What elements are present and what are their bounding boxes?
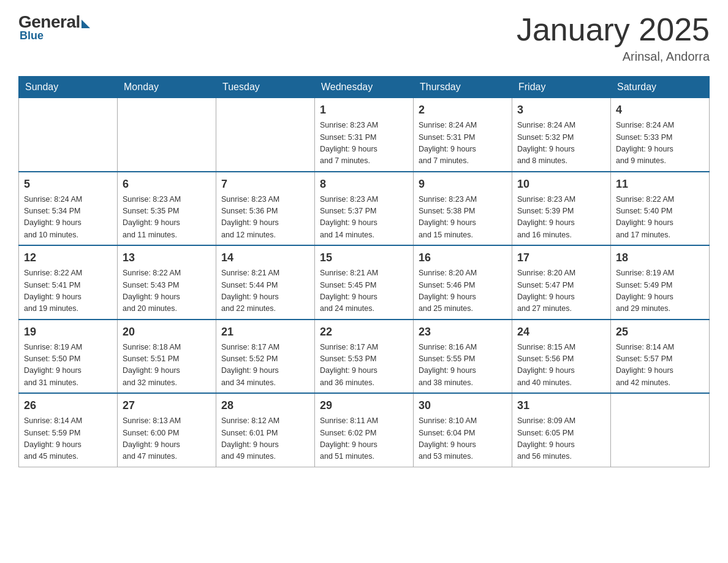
calendar-cell	[216, 98, 315, 172]
location-text: Arinsal, Andorra	[517, 50, 710, 64]
calendar-cell: 4Sunrise: 8:24 AM Sunset: 5:33 PM Daylig…	[611, 98, 710, 172]
day-number: 31	[517, 397, 605, 414]
day-info: Sunrise: 8:24 AM Sunset: 5:33 PM Dayligh…	[616, 120, 704, 167]
calendar-cell: 27Sunrise: 8:13 AM Sunset: 6:00 PM Dayli…	[118, 393, 216, 467]
page-header: General Blue January 2025 Arinsal, Andor…	[18, 12, 710, 64]
weekday-header-saturday: Saturday	[611, 77, 710, 98]
day-number: 10	[517, 176, 605, 193]
calendar-week-row: 19Sunrise: 8:19 AM Sunset: 5:50 PM Dayli…	[19, 320, 710, 394]
day-info: Sunrise: 8:14 AM Sunset: 5:57 PM Dayligh…	[616, 342, 704, 389]
day-number: 1	[320, 102, 408, 118]
logo: General Blue	[18, 12, 90, 42]
weekday-header-friday: Friday	[512, 77, 611, 98]
calendar-cell: 10Sunrise: 8:23 AM Sunset: 5:39 PM Dayli…	[512, 172, 611, 246]
calendar-cell	[19, 98, 118, 172]
calendar-week-row: 1Sunrise: 8:23 AM Sunset: 5:31 PM Daylig…	[19, 98, 710, 172]
day-info: Sunrise: 8:23 AM Sunset: 5:35 PM Dayligh…	[123, 194, 211, 242]
day-info: Sunrise: 8:22 AM Sunset: 5:40 PM Dayligh…	[616, 194, 704, 242]
day-number: 11	[616, 176, 704, 193]
calendar-cell: 15Sunrise: 8:21 AM Sunset: 5:45 PM Dayli…	[315, 245, 414, 320]
calendar-cell	[611, 393, 710, 467]
calendar-cell: 5Sunrise: 8:24 AM Sunset: 5:34 PM Daylig…	[19, 172, 118, 246]
calendar-cell: 31Sunrise: 8:09 AM Sunset: 6:05 PM Dayli…	[512, 393, 611, 467]
calendar-cell: 6Sunrise: 8:23 AM Sunset: 5:35 PM Daylig…	[118, 172, 216, 246]
day-number: 4	[616, 102, 704, 118]
day-number: 25	[616, 324, 704, 340]
calendar-cell: 26Sunrise: 8:14 AM Sunset: 5:59 PM Dayli…	[19, 393, 118, 467]
day-number: 7	[221, 176, 309, 193]
calendar-cell: 17Sunrise: 8:20 AM Sunset: 5:47 PM Dayli…	[512, 245, 611, 320]
day-info: Sunrise: 8:16 AM Sunset: 5:55 PM Dayligh…	[419, 342, 507, 389]
calendar-table: SundayMondayTuesdayWednesdayThursdayFrid…	[18, 76, 710, 467]
day-number: 27	[123, 397, 211, 414]
weekday-header-sunday: Sunday	[19, 77, 118, 98]
day-info: Sunrise: 8:23 AM Sunset: 5:36 PM Dayligh…	[221, 194, 309, 242]
calendar-cell: 25Sunrise: 8:14 AM Sunset: 5:57 PM Dayli…	[611, 320, 710, 394]
day-info: Sunrise: 8:14 AM Sunset: 5:59 PM Dayligh…	[24, 415, 112, 463]
day-number: 15	[320, 250, 408, 266]
logo-blue-text: Blue	[20, 29, 44, 42]
calendar-cell: 9Sunrise: 8:23 AM Sunset: 5:38 PM Daylig…	[414, 172, 512, 246]
day-number: 17	[517, 250, 605, 266]
day-info: Sunrise: 8:20 AM Sunset: 5:46 PM Dayligh…	[419, 267, 507, 315]
calendar-header-row: SundayMondayTuesdayWednesdayThursdayFrid…	[19, 77, 710, 98]
day-number: 9	[419, 176, 507, 193]
calendar-cell: 7Sunrise: 8:23 AM Sunset: 5:36 PM Daylig…	[216, 172, 315, 246]
day-info: Sunrise: 8:23 AM Sunset: 5:38 PM Dayligh…	[419, 194, 507, 242]
day-info: Sunrise: 8:24 AM Sunset: 5:31 PM Dayligh…	[419, 120, 507, 167]
day-number: 6	[123, 176, 211, 193]
day-number: 24	[517, 324, 605, 340]
day-number: 16	[419, 250, 507, 266]
day-info: Sunrise: 8:21 AM Sunset: 5:45 PM Dayligh…	[320, 267, 408, 315]
day-number: 28	[221, 397, 309, 414]
day-number: 18	[616, 250, 704, 266]
calendar-cell: 12Sunrise: 8:22 AM Sunset: 5:41 PM Dayli…	[19, 245, 118, 320]
day-info: Sunrise: 8:24 AM Sunset: 5:34 PM Dayligh…	[24, 194, 112, 242]
calendar-cell: 21Sunrise: 8:17 AM Sunset: 5:52 PM Dayli…	[216, 320, 315, 394]
day-number: 21	[221, 324, 309, 340]
day-info: Sunrise: 8:15 AM Sunset: 5:56 PM Dayligh…	[517, 342, 605, 389]
calendar-cell: 14Sunrise: 8:21 AM Sunset: 5:44 PM Dayli…	[216, 245, 315, 320]
day-info: Sunrise: 8:22 AM Sunset: 5:43 PM Dayligh…	[123, 267, 211, 315]
day-number: 5	[24, 176, 112, 193]
calendar-cell: 18Sunrise: 8:19 AM Sunset: 5:49 PM Dayli…	[611, 245, 710, 320]
day-info: Sunrise: 8:11 AM Sunset: 6:02 PM Dayligh…	[320, 415, 408, 463]
calendar-week-row: 12Sunrise: 8:22 AM Sunset: 5:41 PM Dayli…	[19, 245, 710, 320]
weekday-header-thursday: Thursday	[414, 77, 512, 98]
calendar-week-row: 5Sunrise: 8:24 AM Sunset: 5:34 PM Daylig…	[19, 172, 710, 246]
weekday-header-tuesday: Tuesday	[216, 77, 315, 98]
weekday-header-monday: Monday	[118, 77, 216, 98]
calendar-week-row: 26Sunrise: 8:14 AM Sunset: 5:59 PM Dayli…	[19, 393, 710, 467]
day-number: 13	[123, 250, 211, 266]
day-info: Sunrise: 8:17 AM Sunset: 5:52 PM Dayligh…	[221, 342, 309, 389]
calendar-cell: 2Sunrise: 8:24 AM Sunset: 5:31 PM Daylig…	[414, 98, 512, 172]
calendar-cell: 23Sunrise: 8:16 AM Sunset: 5:55 PM Dayli…	[414, 320, 512, 394]
calendar-cell	[118, 98, 216, 172]
calendar-cell: 20Sunrise: 8:18 AM Sunset: 5:51 PM Dayli…	[118, 320, 216, 394]
day-info: Sunrise: 8:10 AM Sunset: 6:04 PM Dayligh…	[419, 415, 507, 463]
weekday-header-wednesday: Wednesday	[315, 77, 414, 98]
day-info: Sunrise: 8:09 AM Sunset: 6:05 PM Dayligh…	[517, 415, 605, 463]
day-info: Sunrise: 8:22 AM Sunset: 5:41 PM Dayligh…	[24, 267, 112, 315]
calendar-cell: 29Sunrise: 8:11 AM Sunset: 6:02 PM Dayli…	[315, 393, 414, 467]
day-number: 19	[24, 324, 112, 340]
day-number: 30	[419, 397, 507, 414]
day-info: Sunrise: 8:23 AM Sunset: 5:37 PM Dayligh…	[320, 194, 408, 242]
day-number: 8	[320, 176, 408, 193]
day-info: Sunrise: 8:13 AM Sunset: 6:00 PM Dayligh…	[123, 415, 211, 463]
day-info: Sunrise: 8:17 AM Sunset: 5:53 PM Dayligh…	[320, 342, 408, 389]
day-number: 12	[24, 250, 112, 266]
logo-arrow-icon	[82, 20, 90, 28]
day-number: 2	[419, 102, 507, 118]
day-info: Sunrise: 8:21 AM Sunset: 5:44 PM Dayligh…	[221, 267, 309, 315]
calendar-cell: 19Sunrise: 8:19 AM Sunset: 5:50 PM Dayli…	[19, 320, 118, 394]
calendar-cell: 3Sunrise: 8:24 AM Sunset: 5:32 PM Daylig…	[512, 98, 611, 172]
calendar-cell: 16Sunrise: 8:20 AM Sunset: 5:46 PM Dayli…	[414, 245, 512, 320]
day-info: Sunrise: 8:19 AM Sunset: 5:49 PM Dayligh…	[616, 267, 704, 315]
day-info: Sunrise: 8:23 AM Sunset: 5:31 PM Dayligh…	[320, 120, 408, 167]
day-number: 26	[24, 397, 112, 414]
day-info: Sunrise: 8:19 AM Sunset: 5:50 PM Dayligh…	[24, 342, 112, 389]
calendar-cell: 1Sunrise: 8:23 AM Sunset: 5:31 PM Daylig…	[315, 98, 414, 172]
calendar-cell: 11Sunrise: 8:22 AM Sunset: 5:40 PM Dayli…	[611, 172, 710, 246]
day-number: 29	[320, 397, 408, 414]
